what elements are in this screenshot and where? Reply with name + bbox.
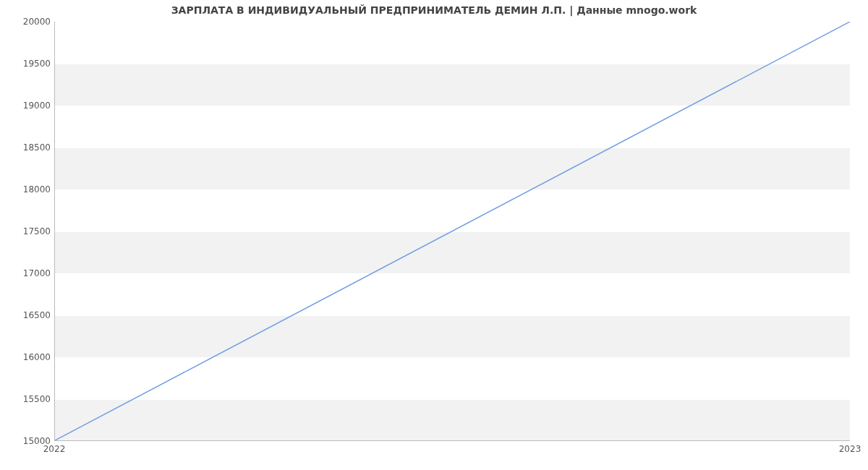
y-tick: 19000	[7, 101, 51, 111]
x-tick: 2023	[839, 444, 861, 454]
plot-area	[54, 22, 850, 441]
chart-container: ЗАРПЛАТА В ИНДИВИДУАЛЬНЫЙ ПРЕДПРИНИМАТЕЛ…	[0, 0, 868, 470]
chart-title: ЗАРПЛАТА В ИНДИВИДУАЛЬНЫЙ ПРЕДПРИНИМАТЕЛ…	[0, 4, 868, 16]
series-line	[55, 22, 850, 440]
y-tick: 20000	[7, 17, 51, 27]
y-tick: 16000	[7, 352, 51, 362]
y-tick: 16500	[7, 310, 51, 320]
y-tick: 17500	[7, 226, 51, 236]
x-tick: 2022	[43, 444, 66, 454]
y-tick: 15500	[7, 394, 51, 404]
y-tick: 17000	[7, 268, 51, 278]
line-layer	[55, 22, 850, 440]
y-tick: 18000	[7, 184, 51, 195]
y-tick: 19500	[7, 59, 51, 69]
y-tick: 18500	[7, 142, 51, 153]
